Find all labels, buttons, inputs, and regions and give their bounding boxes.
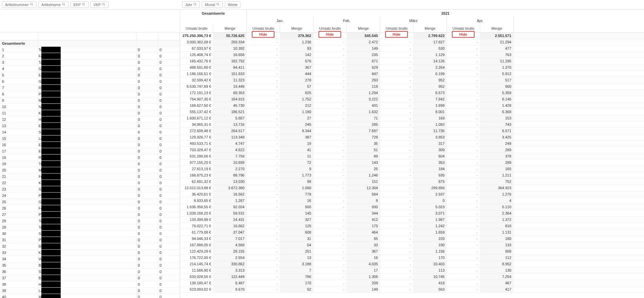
table-row[interactable]: 94.046,33 €7.017-31-55-220-180 <box>180 236 644 242</box>
table-row[interactable]: 1.186.166,51 €151.633-444-847-6.199-5.91… <box>180 71 644 77</box>
table-row[interactable]: 67.033,97 €10.392-93-149-530-477 <box>180 45 644 52</box>
table-row[interactable]: 29Te00 <box>0 224 180 231</box>
table-row[interactable]: 79.022,71 €16.662-125-175-1.242-810 <box>180 223 644 229</box>
table-row[interactable]: 27.613,19 €2.270-9-25-184-165 <box>180 166 644 172</box>
table-row[interactable]: 17Ec00 <box>0 148 180 155</box>
measure-header-menge[interactable]: Menge <box>347 24 380 32</box>
table-row[interactable]: 18Re00 <box>0 155 180 161</box>
month-header[interactable]: Apr. <box>447 17 514 24</box>
table-row[interactable]: 8.530.747,89 €19.449-57-118-952-900 <box>180 83 644 90</box>
table-row[interactable]: 523.093,02 €9.670-52-149-563-417 <box>180 286 644 293</box>
table-row[interactable]: 129.926,77 €113.348-387-728-3.853-3.425 <box>180 134 644 140</box>
table-row[interactable]: 977.155,20 €10.699-72-143-353-289 <box>180 160 644 166</box>
table-row[interactable]: 139.180,47 €6.487-170-209-418-467 <box>180 280 644 286</box>
table-row[interactable]: 12.012.013,88 €3.672.380-1.090-12.304-29… <box>180 185 644 191</box>
table-row[interactable]: 122.429,28 €26.155-251-367-1.156-909 <box>180 248 644 255</box>
table-row[interactable]: 1.636.356,55 €92.024-500-930-5.023-5.110 <box>180 204 644 210</box>
table-row[interactable]: 703.328,47 €4.622-41-51-309-289 <box>180 147 644 153</box>
table-row[interactable]: 1.600.671,12 €5.807-27-71-169-153 <box>180 115 644 121</box>
table-row[interactable]: 9.933,85 €1.287-16-8-0-4 <box>180 198 644 204</box>
filter-chip-jahr[interactable]: Jahr <box>182 1 200 8</box>
table-row[interactable]: 40Mo00 <box>0 294 180 298</box>
table-row[interactable]: 12Ha00 <box>0 116 180 123</box>
table-row[interactable]: 165.432,76 €182.792-576-671-14.126-11.29… <box>180 58 644 64</box>
table-row[interactable]: 31Pfl00 <box>0 237 180 243</box>
table-row[interactable]: 34.965,31 €13.716-245-285-1.092-743 <box>180 121 644 128</box>
table-row[interactable]: 125.408,74 €16.658-142-235-1.129-763 <box>180 52 644 58</box>
measure-header-menge[interactable]: Menge <box>213 24 247 32</box>
month-header[interactable]: Jan. <box>247 17 313 24</box>
table-row[interactable]: 32Be00 <box>0 243 180 250</box>
table-row[interactable]: 14So00 <box>0 129 180 135</box>
measure-header-menge[interactable]: Menge <box>480 24 514 32</box>
table-row[interactable]: 24Pfl00 <box>0 193 180 199</box>
table-row[interactable]: 19Ti00 <box>0 161 180 167</box>
table-row[interactable]: 61.779,08 €37.047-608-464-1.659-1.131 <box>180 229 644 236</box>
table-row[interactable]: 633.028,55 €122.449-786-1.306-10.745-7.2… <box>180 274 644 280</box>
table-row[interactable]: 11.566,90 €3.313-7-17-113-130 <box>180 267 644 274</box>
table-row[interactable]: 38He00 <box>0 281 180 288</box>
table-row[interactable]: 167.888,05 €4.568-54-33-190-133 <box>180 242 644 248</box>
table-row[interactable]: 20Ma00 <box>0 167 180 174</box>
table-row[interactable]: 133.399,88 €24.431-327-412-1.987-1.372 <box>180 217 644 223</box>
table-row[interactable]: 35Bü00 <box>0 262 180 269</box>
table-row[interactable]: 23Sc00 <box>0 186 180 193</box>
table-row[interactable]: 26Fe00 <box>0 205 180 212</box>
measure-header-umsatz[interactable]: Umsatz brutto <box>180 24 213 32</box>
filter-chip-artikelnummer[interactable]: Artikelnummer <box>2 1 36 8</box>
filter-chip-artikelname[interactable]: Artikelname <box>38 1 68 8</box>
table-row[interactable]: 13E-00 <box>0 123 180 129</box>
month-header[interactable]: Feb. <box>313 17 380 24</box>
table-row[interactable]: 168.875,23 €88.796-1.773-1.246-935-1.211 <box>180 172 644 179</box>
col-group-year[interactable]: 2021 <box>247 10 644 17</box>
table-row[interactable]: 25Gl00 <box>0 199 180 205</box>
table-row[interactable]: 4Ga00 <box>0 66 180 72</box>
measure-header-menge[interactable]: Menge <box>280 24 313 32</box>
table-row[interactable]: 27Pv00 <box>0 212 180 218</box>
table-row[interactable]: 34Wi00 <box>0 256 180 262</box>
table-row[interactable]: 7Ra00 <box>0 85 180 91</box>
table-row[interactable]: 1.039.168,20 €58.531-145-344-3.071-2.364 <box>180 210 644 217</box>
table-row[interactable]: 1Te00 <box>0 47 180 53</box>
table-row[interactable]: 62.691,32 €13.030-99-151-875-752 <box>180 179 644 185</box>
table-row[interactable]: 172.191,13 €68.353-825-1.294-6.573-5.359 <box>180 90 644 96</box>
table-row[interactable]: Gesamtwerte <box>0 40 180 47</box>
table-row[interactable]: 2Fa00 <box>0 53 180 59</box>
table-row[interactable]: 5El00 <box>0 72 180 78</box>
table-row[interactable]: 9Ma00 <box>0 97 180 104</box>
table-row[interactable]: 493.533,71 €4.747-19-35-317-249 <box>180 140 644 147</box>
table-row[interactable]: 3.000.382,08 €269.334-1.236-2.472-17.827… <box>180 39 644 45</box>
measure-header-menge[interactable]: Menge <box>414 24 447 32</box>
col-group-totals[interactable]: Gesamtwerte <box>180 10 247 17</box>
month-header[interactable]: März <box>380 17 447 24</box>
filter-chip-monat[interactable]: Monat <box>202 1 223 8</box>
table-row[interactable]: 275.250.396,73 €55.726.625379.362545.545… <box>180 33 644 39</box>
table-row[interactable]: 8Po00 <box>0 91 180 97</box>
table-row[interactable]: 214.145,74 €330.862-3.188-4.035-10.403-8… <box>180 261 644 267</box>
table-row[interactable]: 36.420,61 €16.562-778-584-2.937-1.276 <box>180 191 644 198</box>
table-row[interactable]: 488.591,80 €84.411-367-529-2.264-1.370 <box>180 64 644 71</box>
table-row[interactable]: 272.608,48 €264.517-8.344-7.697-11.735-6… <box>180 128 644 134</box>
table-row[interactable]: 6Ga00 <box>0 78 180 85</box>
table-row[interactable]: 32.599,42 €11.323-278-293-952-517 <box>180 77 644 83</box>
table-row[interactable]: 555.137,42 €186.521-1.180-1.632-8.001-6.… <box>180 109 644 115</box>
table-row[interactable]: 21Fo00 <box>0 174 180 180</box>
table-row[interactable]: 28Te00 <box>0 218 180 224</box>
table-row[interactable]: 168.627,50 €45.730-212-431-1.698-1.428 <box>180 102 644 109</box>
table-row[interactable]: 15Le00 <box>0 135 180 142</box>
table-row[interactable]: 39La00 <box>0 288 180 294</box>
table-row[interactable]: 22Kü00 <box>0 180 180 186</box>
table-row[interactable]: 176.722,00 €2.554-13-16-170-112 <box>180 255 644 261</box>
table-row[interactable]: 531.286,56 €7.756-11-89-604-378 <box>180 153 644 160</box>
filter-chip-vkp[interactable]: VKP <box>90 1 108 8</box>
table-row[interactable]: 16Eu00 <box>0 142 180 148</box>
table-row[interactable]: 10No00 <box>0 104 180 110</box>
table-row[interactable]: 3Ta00 <box>0 59 180 66</box>
table-row[interactable]: 37Bil00 <box>0 275 180 281</box>
table-row[interactable]: 11Kl00 <box>0 110 180 116</box>
table-row[interactable]: 30So00 <box>0 231 180 237</box>
filter-chip-werte[interactable]: Werte <box>225 1 240 8</box>
table-row[interactable]: 754.907,30 €164.915-1.752-3.222-7.842-6.… <box>180 96 644 102</box>
filter-chip-ekp[interactable]: EKP <box>70 1 88 8</box>
table-row[interactable]: 33Ki00 <box>0 250 180 256</box>
